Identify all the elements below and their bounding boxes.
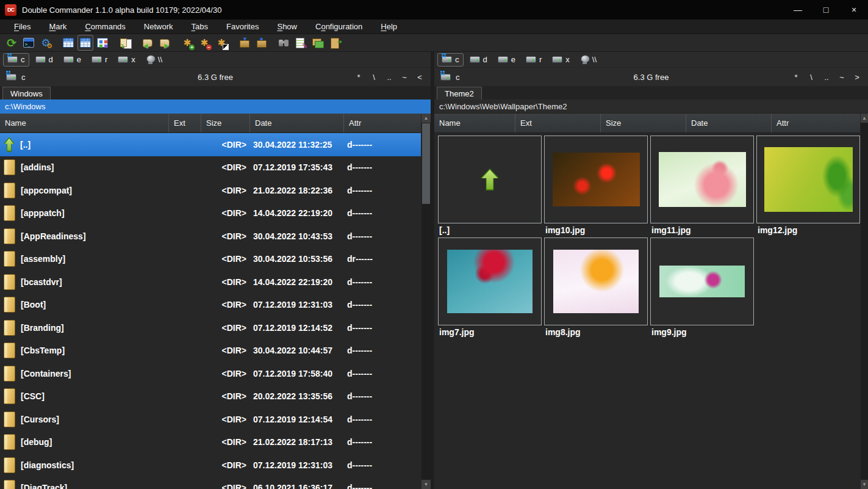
left-drive-e-button[interactable]: e [59, 53, 85, 67]
column-header-attr[interactable]: Attr [344, 114, 421, 132]
nav-parent-button[interactable]: .. [386, 73, 393, 82]
menu-item-help[interactable]: Help [371, 20, 406, 34]
toolbar-columns-view-button[interactable] [77, 35, 93, 51]
menu-item-tabs[interactable]: Tabs [182, 20, 217, 34]
file-row[interactable]: [bcastdvr]<DIR>14.04.2022 22:19:20d-----… [0, 270, 421, 294]
menu-item-show[interactable]: Show [268, 20, 306, 34]
harddrive-icon [552, 56, 562, 63]
column-header-name[interactable]: Name [0, 114, 169, 132]
toolbar-invert-selection-button[interactable] [213, 35, 229, 51]
scrollbar-thumb[interactable] [422, 123, 430, 204]
image-tile[interactable] [544, 237, 648, 325]
left-tab[interactable]: Windows [2, 87, 51, 100]
menu-item-network[interactable]: Network [135, 20, 182, 34]
file-row[interactable]: [CbsTemp]<DIR>30.04.2022 10:44:57d------… [0, 339, 421, 363]
menu-item-configuration[interactable]: Configuration [306, 20, 371, 34]
left-drive-c-button[interactable]: c [3, 53, 29, 67]
left-scrollbar[interactable]: ▲ ▼ [421, 114, 431, 489]
file-row[interactable]: [DiagTrack]<DIR>06.10.2021 16:36:17d----… [0, 477, 421, 489]
image-tile[interactable] [756, 136, 860, 223]
image-tile[interactable] [438, 237, 542, 325]
toolbar-pack-button[interactable] [236, 35, 252, 51]
scroll-up-icon[interactable]: ▲ [421, 114, 431, 123]
column-header-date[interactable]: Date [686, 114, 772, 132]
file-row[interactable]: [addins]<DIR>07.12.2019 17:35:43d------- [0, 156, 421, 179]
file-row[interactable]: [debug]<DIR>21.02.2022 18:17:13d------- [0, 431, 421, 454]
toolbar-multi-rename-button[interactable] [293, 35, 309, 51]
toolbar-refresh-button[interactable] [4, 35, 20, 51]
right-scrollbar[interactable]: ▲ ▼ [860, 114, 868, 489]
image-tile[interactable] [544, 136, 648, 223]
toolbar-terminal-button[interactable] [21, 35, 37, 51]
menu-item-favorites[interactable]: Favorites [217, 20, 268, 34]
right-drive-c-button[interactable]: c [437, 53, 464, 67]
scroll-down-icon[interactable]: ▼ [421, 480, 431, 489]
column-header-size[interactable]: Size [601, 114, 686, 132]
left-drive-r-button[interactable]: r [87, 53, 112, 67]
nav-root-button[interactable]: * [792, 73, 800, 82]
column-header-attr[interactable]: Attr [772, 114, 860, 132]
menu-item-files[interactable]: Files [5, 20, 40, 34]
file-row[interactable]: [Containers]<DIR>07.12.2019 17:58:40d---… [0, 362, 421, 385]
nav-home-button[interactable]: ~ [401, 73, 408, 82]
file-row[interactable]: [appcompat]<DIR>21.02.2022 18:22:36d----… [0, 179, 421, 202]
maximize-button[interactable]: □ [812, 0, 840, 20]
toolbar-options-button[interactable] [38, 35, 54, 51]
left-drive-x-button[interactable]: x [113, 53, 140, 67]
toolbar-history-back-button[interactable] [140, 35, 156, 51]
right-tab[interactable]: Theme2 [437, 87, 482, 100]
nav-home-button[interactable]: ~ [838, 73, 845, 82]
image-tile[interactable] [650, 136, 754, 223]
toolbar-select-group-button[interactable] [179, 35, 195, 51]
menu-item-mark[interactable]: Mark [40, 20, 76, 34]
file-row[interactable]: [Cursors]<DIR>07.12.2019 12:14:54d------… [0, 408, 421, 431]
right-drive-d-button[interactable]: d [465, 53, 492, 67]
menu-item-commands[interactable]: Commands [76, 20, 134, 34]
right-drive-x-button[interactable]: x [548, 53, 574, 67]
file-row[interactable]: [CSC]<DIR>20.02.2022 13:35:56d------- [0, 385, 421, 408]
left-drive-network-button[interactable]: \\ [142, 53, 167, 67]
right-current-drive[interactable]: c [440, 73, 460, 82]
toolbar-brief-view-button[interactable] [60, 35, 76, 51]
nav-root-button[interactable]: * [355, 73, 362, 82]
scroll-down-icon[interactable]: ▼ [861, 480, 868, 489]
left-drive-d-button[interactable]: d [31, 53, 57, 67]
toolbar-unselect-group-button[interactable] [196, 35, 212, 51]
up-directory-tile[interactable] [438, 136, 542, 223]
right-drive-e-button[interactable]: e [493, 53, 520, 67]
toolbar-search-button[interactable] [276, 35, 292, 51]
column-header-ext[interactable]: Ext [515, 114, 601, 132]
nav-parent-button[interactable]: .. [823, 73, 830, 82]
right-drive-r-button[interactable]: r [522, 53, 546, 67]
column-header-date[interactable]: Date [250, 114, 344, 132]
toolbar-thumbnails-view-button[interactable] [95, 35, 110, 51]
nav-swap-button[interactable]: > [853, 73, 861, 82]
right-drive-network-button[interactable]: \\ [576, 53, 601, 67]
file-row[interactable]: [apppatch]<DIR>14.04.2022 22:19:20d-----… [0, 202, 421, 225]
nav-backslash-button[interactable]: \ [808, 73, 815, 82]
toolbar-compare-button[interactable] [327, 35, 343, 51]
column-header-name[interactable]: Name [434, 114, 515, 132]
file-row[interactable]: [Boot]<DIR>07.12.2019 12:31:03d------- [0, 294, 421, 317]
toolbar-sync-dirs-button[interactable] [310, 35, 326, 51]
left-pathbar[interactable]: c:\Windows [0, 100, 431, 114]
file-row[interactable]: [AppReadiness]<DIR>30.04.2022 10:43:53d-… [0, 225, 421, 248]
scroll-up-icon[interactable]: ▲ [861, 114, 868, 123]
minimize-button[interactable]: — [784, 0, 812, 20]
toolbar-history-forward-button[interactable] [157, 35, 173, 51]
toolbar-extract-button[interactable] [253, 35, 269, 51]
right-pathbar[interactable]: c:\Windows\Web\Wallpaper\Theme2 [434, 100, 868, 114]
image-tile[interactable] [650, 237, 754, 325]
close-button[interactable]: × [840, 0, 868, 20]
file-row[interactable]: [diagnostics]<DIR>07.12.2019 12:31:03d--… [0, 454, 421, 477]
left-current-drive[interactable]: c [6, 73, 26, 82]
file-row[interactable]: [..]<DIR>30.04.2022 11:32:25d------- [0, 133, 421, 156]
toolbar-flat-view-button[interactable] [117, 35, 133, 51]
column-header-ext[interactable]: Ext [169, 114, 201, 132]
file-row[interactable]: [assembly]<DIR>30.04.2022 10:53:56dr----… [0, 248, 421, 271]
file-row[interactable]: [Branding]<DIR>07.12.2019 12:14:52d-----… [0, 316, 421, 339]
column-header-size[interactable]: Size [201, 114, 250, 132]
select-group-icon [181, 36, 194, 49]
nav-swap-button[interactable]: < [416, 73, 423, 82]
nav-backslash-button[interactable]: \ [370, 73, 378, 82]
